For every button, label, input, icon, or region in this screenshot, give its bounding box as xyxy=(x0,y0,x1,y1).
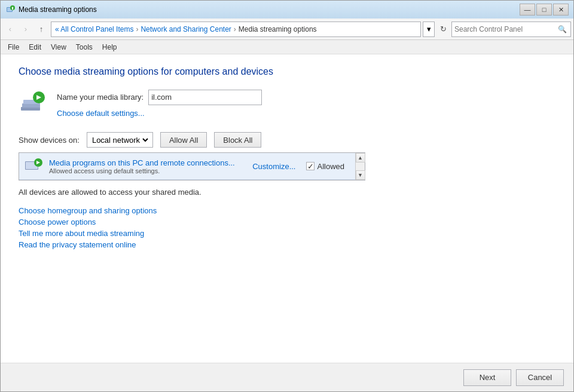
menu-view[interactable]: View xyxy=(46,42,71,53)
breadcrumb-sep-1: › xyxy=(136,25,138,33)
default-settings-link[interactable]: Choose default settings... xyxy=(57,109,262,118)
window-title: Media streaming options xyxy=(19,5,520,14)
device-info: Media programs on this PC and remote con… xyxy=(49,158,246,174)
breadcrumb-sep-2: › xyxy=(234,25,236,33)
library-name-row: Name your media library: xyxy=(57,90,262,105)
menu-edit[interactable]: Edit xyxy=(24,42,46,53)
allowed-label: Allowed xyxy=(317,162,344,171)
library-name-input[interactable] xyxy=(148,90,262,105)
allow-all-button[interactable]: Allow All xyxy=(160,132,207,148)
breadcrumb-middle[interactable]: Network and Sharing Center xyxy=(141,25,231,33)
main-content: Choose media streaming options for compu… xyxy=(1,54,573,363)
menu-bar: File Edit View Tools Help xyxy=(1,40,573,54)
search-icon[interactable]: 🔍 xyxy=(556,23,568,35)
bottom-bar: Next Cancel xyxy=(1,363,573,391)
up-button[interactable]: ↑ xyxy=(34,22,48,36)
back-button[interactable]: ‹ xyxy=(3,22,17,36)
window-icon xyxy=(5,5,15,14)
media-library-section: Name your media library: Choose default … xyxy=(19,89,555,118)
devices-list: Media programs on this PC and remote con… xyxy=(19,152,365,180)
customize-link[interactable]: Customize... xyxy=(252,162,295,171)
menu-file[interactable]: File xyxy=(3,42,24,53)
next-button[interactable]: Next xyxy=(463,369,511,386)
address-bar: ‹ › ↑ « All Control Panel Items › Networ… xyxy=(1,19,573,40)
refresh-button[interactable]: ↻ xyxy=(436,22,450,36)
show-devices-label: Show devices on: xyxy=(19,136,80,145)
menu-tools[interactable]: Tools xyxy=(71,42,97,53)
maximize-button[interactable]: □ xyxy=(536,4,552,16)
device-icon xyxy=(24,157,43,176)
device-description: Allowed access using default settings. xyxy=(49,167,246,174)
links-section: Choose homegroup and sharing options Cho… xyxy=(19,206,555,249)
device-name[interactable]: Media programs on this PC and remote con… xyxy=(49,158,246,167)
device-item: Media programs on this PC and remote con… xyxy=(19,153,365,180)
address-dropdown[interactable]: ▾ xyxy=(423,22,435,37)
library-name-label: Name your media library: xyxy=(57,93,144,102)
svg-rect-4 xyxy=(12,8,13,10)
block-all-button[interactable]: Block All xyxy=(214,132,261,148)
title-bar: Media streaming options — □ ✕ xyxy=(1,1,573,19)
show-devices-row: Show devices on: Local network All netwo… xyxy=(19,132,555,148)
library-settings: Name your media library: Choose default … xyxy=(57,90,262,118)
link-privacy[interactable]: Read the privacy statement online xyxy=(19,240,555,249)
link-homegroup[interactable]: Choose homegroup and sharing options xyxy=(19,206,555,215)
allowed-checkbox[interactable]: ✓ xyxy=(306,162,315,170)
breadcrumb-root[interactable]: « All Control Panel Items xyxy=(55,25,133,33)
close-button[interactable]: ✕ xyxy=(553,4,569,16)
scrollbar[interactable]: ▲ ▼ xyxy=(355,153,365,180)
minimize-button[interactable]: — xyxy=(520,4,535,16)
all-devices-info: All devices are allowed to access your s… xyxy=(19,188,555,197)
network-select[interactable]: Local network All networks Custom xyxy=(90,135,150,145)
device-allowed-section: ✓ Allowed xyxy=(306,162,344,171)
search-box: 🔍 xyxy=(451,22,571,37)
menu-help[interactable]: Help xyxy=(97,42,122,53)
main-window: Media streaming options — □ ✕ ‹ › ↑ « Al… xyxy=(0,0,574,392)
breadcrumb-current: Media streaming options xyxy=(239,25,317,33)
page-title: Choose media streaming options for compu… xyxy=(19,66,555,77)
cancel-button[interactable]: Cancel xyxy=(516,369,564,386)
library-icon xyxy=(19,89,47,118)
link-power[interactable]: Choose power options xyxy=(19,218,555,226)
scroll-up[interactable]: ▲ xyxy=(356,153,365,163)
forward-button[interactable]: › xyxy=(19,22,33,36)
scroll-down[interactable]: ▼ xyxy=(356,170,365,180)
link-more-info[interactable]: Tell me more about media streaming xyxy=(19,229,555,238)
search-input[interactable] xyxy=(454,25,556,33)
network-dropdown[interactable]: Local network All networks Custom xyxy=(87,132,153,148)
window-controls: — □ ✕ xyxy=(520,4,569,16)
svg-rect-6 xyxy=(22,103,40,108)
breadcrumb: « All Control Panel Items › Network and … xyxy=(51,22,421,37)
